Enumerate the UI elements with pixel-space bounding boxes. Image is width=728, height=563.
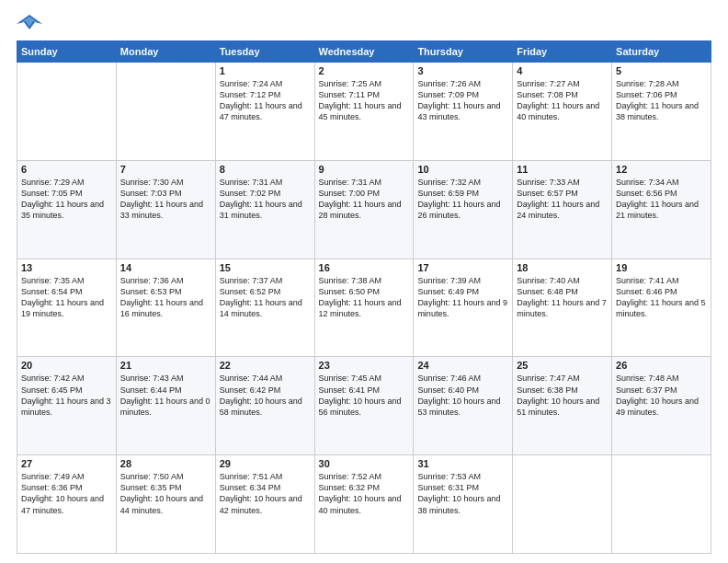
- day-info: Sunrise: 7:31 AMSunset: 7:00 PMDaylight:…: [319, 177, 410, 222]
- day-number: 29: [220, 458, 311, 469]
- logo: [17, 13, 46, 33]
- calendar-cell: 1Sunrise: 7:24 AMSunset: 7:12 PMDaylight…: [215, 63, 314, 161]
- header: [17, 13, 711, 33]
- calendar-table: SundayMondayTuesdayWednesdayThursdayFrid…: [17, 40, 711, 554]
- calendar-cell: [612, 455, 711, 554]
- calendar-cell: 22Sunrise: 7:44 AMSunset: 6:42 PMDayligh…: [215, 357, 314, 455]
- day-number: 11: [517, 164, 608, 175]
- day-info: Sunrise: 7:41 AMSunset: 6:46 PMDaylight:…: [616, 275, 707, 320]
- day-number: 8: [220, 164, 311, 175]
- calendar-cell: 17Sunrise: 7:39 AMSunset: 6:49 PMDayligh…: [414, 259, 513, 357]
- calendar-cell: 29Sunrise: 7:51 AMSunset: 6:34 PMDayligh…: [215, 455, 314, 554]
- calendar-cell: 20Sunrise: 7:42 AMSunset: 6:45 PMDayligh…: [17, 357, 117, 455]
- day-info: Sunrise: 7:26 AMSunset: 7:09 PMDaylight:…: [417, 78, 508, 123]
- calendar-cell: 4Sunrise: 7:27 AMSunset: 7:08 PMDaylight…: [513, 63, 612, 161]
- day-info: Sunrise: 7:27 AMSunset: 7:08 PMDaylight:…: [517, 78, 608, 123]
- day-number: 6: [21, 164, 112, 175]
- day-info: Sunrise: 7:37 AMSunset: 6:52 PMDaylight:…: [220, 275, 311, 320]
- calendar-cell: 24Sunrise: 7:46 AMSunset: 6:40 PMDayligh…: [414, 357, 513, 455]
- svg-marker-1: [20, 17, 39, 27]
- day-info: Sunrise: 7:30 AMSunset: 7:03 PMDaylight:…: [120, 177, 211, 222]
- calendar-cell: 7Sunrise: 7:30 AMSunset: 7:03 PMDaylight…: [116, 160, 215, 259]
- calendar-cell: 5Sunrise: 7:28 AMSunset: 7:06 PMDaylight…: [612, 63, 711, 161]
- day-number: 3: [417, 65, 508, 76]
- weekday-header-friday: Friday: [513, 41, 612, 63]
- calendar-cell: 31Sunrise: 7:53 AMSunset: 6:31 PMDayligh…: [414, 455, 513, 554]
- calendar-cell: 23Sunrise: 7:45 AMSunset: 6:41 PMDayligh…: [314, 357, 414, 455]
- calendar-week-1: 1Sunrise: 7:24 AMSunset: 7:12 PMDaylight…: [17, 63, 711, 161]
- day-info: Sunrise: 7:53 AMSunset: 6:31 PMDaylight:…: [417, 471, 508, 516]
- day-info: Sunrise: 7:25 AMSunset: 7:11 PMDaylight:…: [319, 78, 410, 123]
- day-number: 26: [616, 360, 707, 371]
- calendar-cell: [116, 63, 215, 161]
- weekday-header-sunday: Sunday: [17, 41, 117, 63]
- calendar-cell: 27Sunrise: 7:49 AMSunset: 6:36 PMDayligh…: [17, 455, 117, 554]
- day-number: 14: [120, 262, 211, 273]
- calendar-cell: 12Sunrise: 7:34 AMSunset: 6:56 PMDayligh…: [612, 160, 711, 259]
- calendar-cell: 16Sunrise: 7:38 AMSunset: 6:50 PMDayligh…: [314, 259, 414, 357]
- day-number: 13: [21, 262, 112, 273]
- calendar-cell: 11Sunrise: 7:33 AMSunset: 6:57 PMDayligh…: [513, 160, 612, 259]
- day-info: Sunrise: 7:28 AMSunset: 7:06 PMDaylight:…: [616, 78, 707, 123]
- day-info: Sunrise: 7:39 AMSunset: 6:49 PMDaylight:…: [417, 275, 508, 320]
- weekday-header-thursday: Thursday: [414, 41, 513, 63]
- day-info: Sunrise: 7:51 AMSunset: 6:34 PMDaylight:…: [220, 471, 311, 516]
- calendar-cell: [17, 63, 117, 161]
- calendar-cell: 15Sunrise: 7:37 AMSunset: 6:52 PMDayligh…: [215, 259, 314, 357]
- page: SundayMondayTuesdayWednesdayThursdayFrid…: [0, 0, 728, 563]
- day-info: Sunrise: 7:49 AMSunset: 6:36 PMDaylight:…: [21, 471, 112, 516]
- day-number: 25: [517, 360, 608, 371]
- calendar-cell: 18Sunrise: 7:40 AMSunset: 6:48 PMDayligh…: [513, 259, 612, 357]
- calendar-cell: 8Sunrise: 7:31 AMSunset: 7:02 PMDaylight…: [215, 160, 314, 259]
- day-info: Sunrise: 7:38 AMSunset: 6:50 PMDaylight:…: [319, 275, 410, 320]
- calendar-cell: 26Sunrise: 7:48 AMSunset: 6:37 PMDayligh…: [612, 357, 711, 455]
- day-number: 20: [21, 360, 112, 371]
- day-number: 2: [319, 65, 410, 76]
- calendar-week-4: 20Sunrise: 7:42 AMSunset: 6:45 PMDayligh…: [17, 357, 711, 455]
- calendar-cell: [513, 455, 612, 554]
- day-info: Sunrise: 7:36 AMSunset: 6:53 PMDaylight:…: [120, 275, 211, 320]
- day-number: 19: [616, 262, 707, 273]
- day-info: Sunrise: 7:40 AMSunset: 6:48 PMDaylight:…: [517, 275, 608, 320]
- day-info: Sunrise: 7:31 AMSunset: 7:02 PMDaylight:…: [220, 177, 311, 222]
- day-number: 27: [21, 458, 112, 469]
- day-number: 5: [616, 65, 707, 76]
- day-info: Sunrise: 7:43 AMSunset: 6:44 PMDaylight:…: [120, 373, 211, 418]
- day-info: Sunrise: 7:48 AMSunset: 6:37 PMDaylight:…: [616, 373, 707, 418]
- day-info: Sunrise: 7:24 AMSunset: 7:12 PMDaylight:…: [220, 78, 311, 123]
- calendar-cell: 2Sunrise: 7:25 AMSunset: 7:11 PMDaylight…: [314, 63, 414, 161]
- day-number: 21: [120, 360, 211, 371]
- calendar-cell: 14Sunrise: 7:36 AMSunset: 6:53 PMDayligh…: [116, 259, 215, 357]
- day-info: Sunrise: 7:44 AMSunset: 6:42 PMDaylight:…: [220, 373, 311, 418]
- day-number: 28: [120, 458, 211, 469]
- day-info: Sunrise: 7:52 AMSunset: 6:32 PMDaylight:…: [319, 471, 410, 516]
- day-info: Sunrise: 7:29 AMSunset: 7:05 PMDaylight:…: [21, 177, 112, 222]
- day-number: 9: [319, 164, 410, 175]
- day-number: 17: [417, 262, 508, 273]
- calendar-week-3: 13Sunrise: 7:35 AMSunset: 6:54 PMDayligh…: [17, 259, 711, 357]
- calendar-cell: 19Sunrise: 7:41 AMSunset: 6:46 PMDayligh…: [612, 259, 711, 357]
- day-info: Sunrise: 7:46 AMSunset: 6:40 PMDaylight:…: [417, 373, 508, 418]
- calendar-week-5: 27Sunrise: 7:49 AMSunset: 6:36 PMDayligh…: [17, 455, 711, 554]
- day-number: 10: [417, 164, 508, 175]
- day-info: Sunrise: 7:50 AMSunset: 6:35 PMDaylight:…: [120, 471, 211, 516]
- day-number: 23: [319, 360, 410, 371]
- logo-icon: [17, 13, 42, 33]
- calendar-cell: 6Sunrise: 7:29 AMSunset: 7:05 PMDaylight…: [17, 160, 117, 259]
- day-number: 7: [120, 164, 211, 175]
- calendar-cell: 13Sunrise: 7:35 AMSunset: 6:54 PMDayligh…: [17, 259, 117, 357]
- day-info: Sunrise: 7:47 AMSunset: 6:38 PMDaylight:…: [517, 373, 608, 418]
- calendar-cell: 10Sunrise: 7:32 AMSunset: 6:59 PMDayligh…: [414, 160, 513, 259]
- weekday-header-saturday: Saturday: [612, 41, 711, 63]
- day-number: 1: [220, 65, 311, 76]
- day-number: 16: [319, 262, 410, 273]
- day-number: 18: [517, 262, 608, 273]
- day-number: 22: [220, 360, 311, 371]
- calendar-cell: 25Sunrise: 7:47 AMSunset: 6:38 PMDayligh…: [513, 357, 612, 455]
- day-number: 24: [417, 360, 508, 371]
- day-number: 15: [220, 262, 311, 273]
- day-number: 31: [417, 458, 508, 469]
- day-info: Sunrise: 7:32 AMSunset: 6:59 PMDaylight:…: [417, 177, 508, 222]
- calendar-cell: 28Sunrise: 7:50 AMSunset: 6:35 PMDayligh…: [116, 455, 215, 554]
- day-info: Sunrise: 7:35 AMSunset: 6:54 PMDaylight:…: [21, 275, 112, 320]
